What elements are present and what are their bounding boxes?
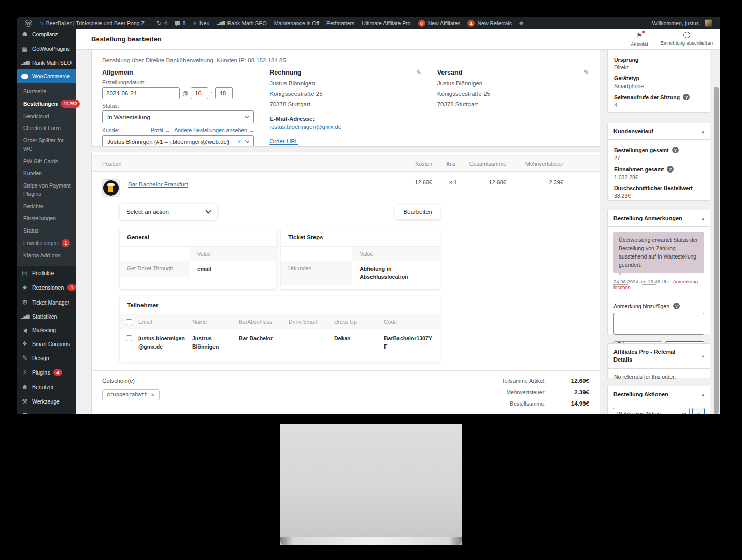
other-orders-link[interactable]: Andere Bestellungen ansehen → <box>174 127 254 133</box>
help-icon[interactable] <box>683 94 690 100</box>
updates-menu[interactable]: 4 <box>153 17 171 29</box>
origin-value: Direkt <box>614 64 704 70</box>
sidebar-item-werkzeuge[interactable]: Werkzeuge <box>17 394 76 409</box>
ticket-action-select[interactable]: Select an action <box>120 204 217 220</box>
sidebar-item-statistiken[interactable]: Statistiken <box>17 310 76 323</box>
order-actions-panel: Bestellung Aktionen Wähle eine Aktion ..… <box>607 386 710 414</box>
maintenance-menu[interactable]: Maintenance is Off <box>270 17 323 29</box>
wp-admin-bar: BeerBaller | Trinkspiele und Beer Pong Z… <box>17 17 720 29</box>
new-affiliates-menu[interactable]: 0 New Affiliates <box>415 17 464 29</box>
sidebar-item-ticket-manager[interactable]: Ticket Manager <box>17 295 76 310</box>
sidebar-sub-erweiterungen[interactable]: Erweiterungen 1 <box>17 237 76 250</box>
sub-label: Einstellungen <box>23 214 56 223</box>
collapse-icon[interactable] <box>702 215 704 222</box>
extensions-count-badge: 1 <box>62 239 70 247</box>
remove-coupon-icon[interactable] <box>151 391 154 398</box>
rank-math-menu[interactable]: Rank Math SEO <box>213 17 270 29</box>
edit-shipping-icon[interactable] <box>584 69 589 76</box>
order-url-link[interactable]: Order URL <box>269 138 298 145</box>
order-items-panel: Position Kosten Anz. Gesamtsumme Mehrwer… <box>91 152 600 414</box>
sidebar-item-einstellungen[interactable]: Einstellungen <box>17 409 76 414</box>
activity-button[interactable]: Aktivität <box>631 32 648 47</box>
participants-box: Teilnehmer Email Name BarAbschluss Drink… <box>120 296 440 362</box>
sidebar-item-marketing[interactable]: Marketing <box>17 323 76 337</box>
sidebar-sub-startseite[interactable]: Startseite <box>17 85 76 98</box>
chevron-down-icon <box>245 138 249 142</box>
help-icon[interactable] <box>667 166 674 173</box>
new-affiliates-label: New Affiliates <box>428 20 461 26</box>
brush-icon <box>21 354 28 362</box>
comments-menu[interactable]: 8 <box>171 17 190 29</box>
order-date-input[interactable] <box>102 87 180 99</box>
chevron-down-icon <box>245 113 249 118</box>
edit-billing-icon[interactable] <box>417 69 422 76</box>
sidebar-sub-klarna[interactable]: Klarna Add-ons <box>17 250 76 262</box>
ultimate-affiliate-pro-menu[interactable]: Ultimate Affiliate Pro <box>358 17 414 29</box>
collapse-icon[interactable] <box>702 391 704 398</box>
customer-select[interactable]: Justus Blönnigen (#1 – j.bloennigen@web.… <box>102 135 254 147</box>
sidebar-sub-order-splitter[interactable]: Order Splitter for WC <box>17 135 76 155</box>
sidebar-sub-pw-gift-cards[interactable]: PW Gift Cards <box>17 155 76 168</box>
select-all-checkbox[interactable] <box>126 319 132 325</box>
sidebar-item-plugins[interactable]: Plugins 4 <box>17 365 76 380</box>
sidebar-sub-status[interactable]: Status <box>17 225 76 237</box>
tag-icon <box>21 340 28 347</box>
collapse-icon[interactable] <box>702 353 704 360</box>
clear-customer-icon[interactable] <box>237 138 241 146</box>
apply-action-button[interactable] <box>692 408 705 414</box>
sidebar-item-woocommerce[interactable]: WooCommerce <box>17 69 76 83</box>
sidebar-item-rezensionen[interactable]: Rezensionen 1 <box>17 280 76 295</box>
sidebar-sub-kunden[interactable]: Kunden <box>17 167 76 180</box>
sidebar-sub-stripe[interactable]: Stripe von Payment Plugins <box>17 180 76 200</box>
coupon-chip[interactable]: gruppenrabatt <box>102 389 160 400</box>
collapse-icon[interactable] <box>702 128 704 135</box>
help-icon[interactable] <box>672 147 679 153</box>
howdy-menu[interactable]: Willkommen, justus <box>649 17 716 29</box>
order-item-row: Bar Bachelor Frankfurt 12.60€ × 1 12.60€… <box>92 172 600 197</box>
sidebar-sub-bestellungen[interactable]: Bestellungen 11.252 <box>17 98 76 110</box>
date-label: Erstellungsdatum: <box>102 79 254 85</box>
coupons-block: Gutschein(e) gruppenrabatt <box>102 378 160 412</box>
billing-email-link[interactable]: justus.bloennigen@gmx.de <box>269 124 341 130</box>
finish-setup-button[interactable]: Einrichtung abschließen <box>661 32 713 47</box>
sidebar-item-produkte[interactable]: Produkte <box>17 266 76 280</box>
sidebar-item-design[interactable]: Design <box>17 351 76 365</box>
col-dress-up: Dress Up <box>334 319 384 325</box>
edit-item-button[interactable]: Bearbeiten <box>395 205 440 219</box>
product-link[interactable]: Bar Bachelor Frankfurt <box>128 181 188 188</box>
order-hour-input[interactable] <box>191 87 208 99</box>
sidebar-item-benutzer[interactable]: Benutzer <box>17 380 76 394</box>
sidebar-sub-sendcloud[interactable]: Sendcloud <box>17 110 76 123</box>
billing-street: Königsseestraße 25 <box>269 90 421 99</box>
coupon-code: gruppenrabatt <box>107 392 147 397</box>
new-content-menu[interactable]: Neu <box>189 17 213 29</box>
participant-code: BarBachelor1307YF <box>384 335 440 351</box>
chart-icon <box>217 21 224 25</box>
profile-link[interactable]: Profil → <box>151 127 170 133</box>
item-meta-area: Select an action Bearbeiten General Valu… <box>120 204 440 362</box>
new-affiliates-badge: 0 <box>418 20 425 27</box>
product-thumbnail <box>102 179 120 197</box>
sidebar-item-getwooplugins[interactable]: GetWooPlugins <box>17 41 76 56</box>
sidebar-item-rank-math[interactable]: Rank Math SEO <box>17 56 76 69</box>
order-action-select[interactable]: Wähle eine Aktion ... <box>613 408 690 414</box>
scrollbar-thumb[interactable] <box>714 87 719 414</box>
page-header: Bestellung bearbeiten Aktivität Einricht… <box>76 29 720 50</box>
sidebar-sub-berichte[interactable]: Berichte <box>17 200 76 213</box>
note-textarea[interactable] <box>613 313 704 335</box>
order-minute-input[interactable] <box>215 87 233 99</box>
help-icon[interactable] <box>673 303 680 309</box>
sidebar-sub-einstellungen[interactable]: Einstellungen <box>17 212 76 225</box>
new-referrals-menu[interactable]: 1 New Referrals <box>464 17 516 29</box>
sub-label: Startseite <box>23 88 46 96</box>
bar-chart-icon <box>21 314 28 319</box>
order-status-select[interactable]: In Wartestellung <box>102 110 254 123</box>
sidebar-sub-checkout-form[interactable]: Checkout Form <box>17 122 76 135</box>
participant-checkbox[interactable] <box>126 335 132 341</box>
col-total: Gesamtsumme <box>457 161 506 167</box>
item-cost: 12.60€ <box>391 179 432 185</box>
sidebar-item-smart-coupons[interactable]: Smart Coupons <box>17 337 76 351</box>
sidebar-item-complianz[interactable]: Complianz <box>17 27 76 41</box>
perfmatters-menu[interactable]: Perfmatters <box>323 17 358 29</box>
diamond-menu[interactable] <box>516 17 527 29</box>
